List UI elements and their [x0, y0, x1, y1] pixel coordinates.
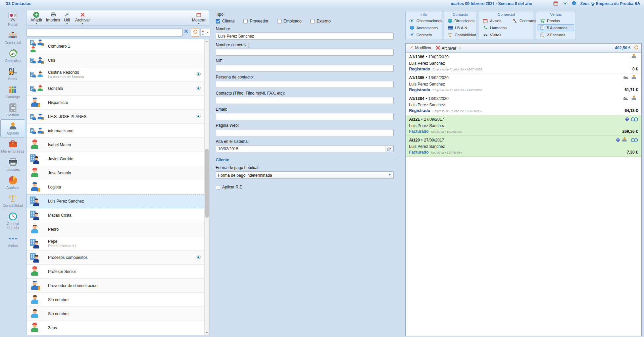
tab-contacto[interactable]: Contacto [407, 31, 440, 38]
checkbox-empleado[interactable]: Empleado [277, 19, 302, 23]
checkbox-box-icon[interactable] [277, 19, 282, 23]
list-item[interactable]: Pedro [27, 222, 209, 236]
refresh-button[interactable] [191, 28, 199, 37]
tab-avisos[interactable]: Avisos [481, 17, 509, 24]
list-item[interactable]: Profesor Senior [27, 265, 209, 279]
sidebar-item-operativa[interactable]: 24Operativa [0, 47, 25, 65]
tab-precios[interactable]: Precios [538, 17, 574, 24]
field-input-nif[interactable] [216, 65, 394, 72]
list-item[interactable]: informatizame [27, 124, 209, 138]
field-input-email[interactable] [216, 113, 394, 120]
checkbox-proveedor[interactable]: Proveedor [243, 19, 268, 23]
util-button[interactable]: Útil▼ [64, 11, 70, 25]
sidebar-item-mis-empresas[interactable]: Mis Empresas [0, 137, 25, 156]
search-input[interactable] [27, 29, 183, 37]
checkbox-box-icon[interactable] [310, 19, 315, 23]
tab-direcciones[interactable]: Direcciones [446, 17, 475, 24]
checkbox-box-icon[interactable] [216, 19, 220, 23]
bsuit-avatar-icon [30, 154, 40, 164]
field-input-contacto[interactable] [216, 97, 394, 104]
scroll-up-icon[interactable]: ▲ [205, 39, 209, 44]
document-row[interactable]: A/121•27/09/2017Luis Perez SanchezFactur… [406, 115, 641, 136]
cliente-section-title: Cliente [216, 158, 229, 162]
document-row[interactable]: A1/1386•13/02/2020Luis Perez SanchezRegi… [406, 53, 641, 73]
scrollbar-thumb[interactable] [205, 149, 209, 218]
contact-name: Javier Garrido [48, 157, 73, 161]
sidebar-item-control-horario[interactable]: Control Horario [0, 210, 25, 232]
list-item[interactable]: Jose Antonio [27, 166, 209, 180]
eye-icon[interactable] [562, 2, 568, 7]
list-item[interactable]: Logista [27, 180, 209, 194]
list-item[interactable]: Cris [27, 53, 209, 67]
tab-5-albaranes[interactable]: 5 Albaranes [538, 24, 574, 31]
contacts-scrollbar[interactable]: ▲ ▼ [204, 39, 209, 335]
sidebar-item-catálogo[interactable]: Catálogo [0, 83, 25, 101]
clear-search-icon[interactable] [184, 30, 190, 35]
tab-llamadas[interactable]: Llamadas [481, 24, 509, 31]
refresh-icon[interactable] [634, 45, 639, 51]
list-item[interactable]: Sin nombre [27, 293, 209, 307]
chevron-down-icon[interactable]: ▼ [637, 2, 640, 5]
list-item[interactable]: Comunero 1 [27, 39, 209, 53]
sidebar-item-agenda[interactable]: Agenda [0, 119, 25, 137]
sidebar-item-informes[interactable]: Informes [0, 156, 25, 174]
tab-label: Contratos [519, 19, 536, 23]
document-row[interactable]: A1/1384•13/02/2020Luis Perez SanchezRegi… [406, 94, 641, 115]
sidebar-item-gestión[interactable]: Gestión [0, 101, 25, 119]
tab-3-facturas[interactable]: 3 Facturas [538, 31, 574, 38]
sidebar-item-varios[interactable]: Varios [0, 232, 25, 250]
tab-contabilidad[interactable]: Contabilidad [446, 31, 475, 38]
sidebar-item-análisis[interactable]: Análisis [0, 174, 25, 192]
print-button[interactable]: Imprimir [46, 11, 60, 22]
list-item[interactable]: Matias Costa [27, 208, 209, 222]
sort-button[interactable]: AZ ↓▼ [200, 28, 210, 37]
panel-splitter[interactable] [211, 166, 213, 171]
document-row[interactable]: A/120•27/09/2017Luis Perez SanchezFactur… [406, 136, 641, 157]
list-item[interactable]: Gonzalo [27, 81, 209, 96]
payment-select[interactable]: Forma de pago indeterminada▼ [216, 171, 394, 179]
tab-anotaciones[interactable]: Anotaciones [407, 24, 440, 31]
document-row[interactable]: A1/1385•13/02/2020Luis Perez SanchezRegi… [406, 73, 641, 94]
calendar-icon[interactable] [553, 1, 559, 6]
checkbox-box-icon[interactable] [216, 185, 220, 189]
tab-observaciones[interactable]: Observaciones [407, 17, 440, 24]
list-item[interactable]: Sin nombre [27, 307, 209, 321]
list-item[interactable]: Luis Perez Sanchez [27, 194, 209, 208]
contact-name: Proveedor de demostración [48, 283, 97, 288]
modify-button[interactable]: Modificar [409, 45, 432, 51]
date-picker-button[interactable] [386, 146, 393, 152]
checkbox-externo[interactable]: Externo [310, 19, 331, 23]
checkbox-box-icon[interactable] [243, 19, 248, 23]
tab-visitas[interactable]: Visitas [481, 31, 509, 38]
sidebar-item-contabilidad[interactable]: Contabilidad [0, 192, 25, 210]
field-input-persona[interactable] [216, 81, 394, 88]
list-item[interactable]: Proveedor de demostración [27, 279, 209, 293]
sidebar-item-comercial[interactable]: Comercial [0, 29, 25, 47]
field-input-página[interactable] [216, 129, 394, 136]
field-input-nombre[interactable] [216, 49, 394, 56]
list-item[interactable]: Zeus [27, 321, 209, 335]
checkbox-cliente[interactable]: Cliente [216, 19, 235, 23]
field-input-alta[interactable]: 10/02/2015 [216, 145, 394, 152]
sidebar-item-portal[interactable]: Portal [0, 11, 25, 29]
list-item[interactable]: Hispamicro [27, 96, 209, 110]
field-input-nombre[interactable]: Luis Perez Sanchez [216, 33, 394, 40]
list-item[interactable]: Javier Garrido [27, 152, 209, 166]
list-item[interactable]: Isabel Mateo [27, 138, 209, 152]
list-item[interactable]: Cristina RedondoLa morena de famosa [27, 67, 209, 81]
archive-button[interactable]: Archivar▼ [75, 11, 90, 25]
user-company-menu[interactable]: Zeus @ Empresa de Prueba SA [580, 1, 640, 6]
list-item[interactable]: PepeDistribuciones s.l [27, 236, 209, 250]
contact-name: Zeus [48, 326, 57, 330]
checkbox-aplicar-re[interactable]: Aplicar R.E. [216, 185, 243, 189]
archive-doc-button[interactable]: Archivar▼ [436, 46, 461, 51]
add-button[interactable]: Añadir▼ [31, 11, 42, 25]
tab-contratos[interactable]: Contratos [510, 17, 538, 24]
info-icon[interactable] [572, 1, 578, 6]
list-item[interactable]: Procesos compuestos [27, 250, 209, 265]
show-button[interactable]: Mostrar▼ [192, 11, 206, 25]
scroll-down-icon[interactable]: ▼ [205, 331, 209, 335]
tab-i-b-a-n-[interactable]: I.B.A.N. [446, 24, 475, 31]
sidebar-item-stock[interactable]: Stock [0, 65, 25, 83]
list-item[interactable]: I.E.S. JOSE PLANES [27, 110, 209, 124]
